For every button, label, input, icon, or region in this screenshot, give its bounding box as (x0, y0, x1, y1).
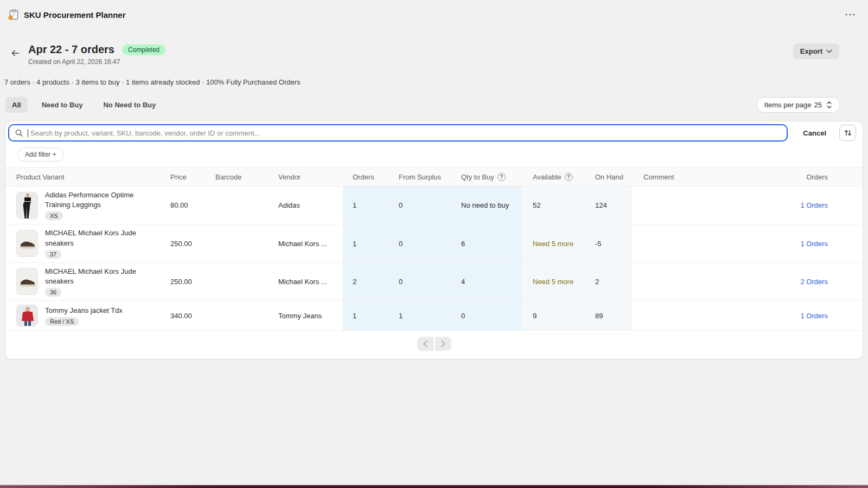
chevron-left-icon (423, 341, 427, 347)
available-cell: Need 5 more (521, 263, 584, 300)
available-cell: Need 5 more (521, 224, 584, 262)
on-hand-cell: 89 (584, 301, 632, 330)
barcode-cell (215, 301, 278, 330)
overflow-menu-icon[interactable] (842, 10, 858, 19)
price-cell: 80.00 (165, 187, 215, 224)
col-comment: Comment (632, 168, 713, 186)
col-orders: Orders (343, 168, 389, 186)
product-thumbnail-leggings (16, 192, 38, 219)
col-barcode: Barcode (215, 168, 278, 186)
items-per-page-value: 25 (814, 101, 822, 109)
summary-line: 7 orders · 4 products · 3 items to buy ·… (4, 78, 864, 86)
available-cell: 9 (521, 301, 584, 330)
next-page-button[interactable] (435, 337, 451, 351)
tab-all[interactable]: All (5, 97, 28, 113)
on-hand-cell: -5 (584, 224, 632, 262)
variant-badge: XS (45, 211, 63, 220)
orders-cell: 1 (343, 301, 389, 330)
export-button[interactable]: Export (793, 43, 839, 59)
orders-cell: 1 (343, 224, 389, 262)
status-badge: Completed (122, 44, 165, 55)
from-surplus-cell: 0 (389, 263, 451, 300)
bottom-strip (0, 484, 868, 488)
orders-link[interactable]: 1 Orders (800, 201, 828, 209)
barcode-cell (215, 187, 278, 224)
page-title: Apr 22 - 7 orders (28, 43, 114, 56)
product-name: MICHAEL Michael Kors Jude sneakers (45, 228, 145, 248)
product-thumbnail-sneaker (16, 268, 38, 295)
col-qty-to-buy: Qty to Buy ? (451, 168, 521, 186)
chevron-down-icon (826, 49, 832, 53)
price-cell: 250.00 (165, 224, 215, 262)
search-input[interactable] (29, 129, 781, 138)
pagination (5, 331, 863, 359)
search-icon (15, 129, 23, 137)
help-icon[interactable]: ? (565, 173, 573, 181)
orders-link[interactable]: 2 Orders (800, 278, 828, 286)
variant-badge: Red / XS (45, 317, 79, 326)
barcode-cell (215, 224, 278, 262)
from-surplus-cell: 0 (389, 224, 451, 262)
results-card: Cancel Add filter + Product Variant Pric… (5, 121, 863, 359)
col-product-variant: Product Variant (5, 168, 165, 186)
export-label: Export (800, 47, 822, 55)
on-hand-cell: 2 (584, 263, 632, 300)
filter-row: Add filter + (5, 144, 863, 167)
product-name: Tommy Jeans jacket Tdx (45, 306, 123, 316)
variant-badge: 37 (45, 250, 61, 259)
qty-to-buy-cell: 0 (451, 301, 521, 330)
comment-cell (632, 301, 713, 330)
app-topbar: SKU Procurement Planner (0, 0, 868, 30)
from-surplus-cell: 1 (389, 301, 451, 330)
cancel-button[interactable]: Cancel (800, 129, 829, 138)
prev-page-button[interactable] (417, 337, 433, 351)
comment-cell (632, 224, 713, 262)
items-per-page-label: Items per page (764, 101, 812, 109)
on-hand-cell: 124 (584, 187, 632, 224)
col-on-hand: On Hand (584, 168, 632, 186)
table-header-row: Product Variant Price Barcode Vendor Ord… (5, 167, 863, 187)
table-row: MICHAEL Michael Kors Jude sneakers 36 25… (5, 263, 863, 301)
orders-cell: 1 (343, 187, 389, 224)
products-table: Product Variant Price Barcode Vendor Ord… (5, 167, 863, 331)
product-thumbnail-jacket (16, 305, 38, 326)
price-cell: 340.00 (165, 301, 215, 330)
vendor-cell: Michael Kors ... (278, 263, 343, 300)
variant-badge: 36 (45, 288, 61, 297)
vendor-cell: Michael Kors ... (278, 224, 343, 262)
col-vendor: Vendor (278, 168, 343, 186)
col-available: Available ? (521, 168, 584, 186)
controls-row: All Need to Buy No Need to Buy Items per… (5, 97, 840, 113)
text-cursor (28, 129, 28, 137)
available-cell: 52 (521, 187, 584, 224)
back-button[interactable] (8, 46, 23, 61)
barcode-cell (215, 263, 278, 300)
orders-cell: 2 (343, 263, 389, 300)
orders-link[interactable]: 1 Orders (800, 240, 828, 248)
sort-button[interactable] (839, 125, 856, 141)
comment-cell (632, 263, 713, 300)
help-icon[interactable]: ? (497, 173, 506, 181)
app-icon (8, 9, 20, 21)
tab-need-to-buy[interactable]: Need to Buy (35, 97, 90, 113)
filter-tabs: All Need to Buy No Need to Buy (5, 97, 162, 113)
qty-to-buy-cell: 6 (451, 224, 521, 262)
product-name: Adidas Performance Optime Training Leggi… (45, 190, 145, 210)
orders-link[interactable]: 1 Orders (800, 312, 828, 320)
price-cell: 250.00 (165, 263, 215, 300)
tab-no-need-to-buy[interactable]: No Need to Buy (97, 97, 162, 113)
vendor-cell: Tommy Jeans (278, 301, 343, 330)
select-caret-icon (826, 101, 832, 109)
qty-to-buy-cell: No need to buy (451, 187, 521, 224)
table-row: Tommy Jeans jacket Tdx Red / XS 340.00 T… (5, 301, 863, 331)
comment-cell (632, 187, 713, 224)
product-thumbnail-sneaker (16, 230, 38, 257)
created-date: Created on April 22, 2026 16:47 (28, 58, 165, 66)
search-row: Cancel (5, 121, 863, 144)
col-price: Price (165, 168, 215, 186)
items-per-page-select[interactable]: Items per page 25 (756, 97, 840, 113)
col-orders-detail: Orders (713, 168, 863, 186)
vendor-cell: Adidas (278, 187, 343, 224)
app-title: SKU Procurement Planner (24, 10, 126, 20)
add-filter-button[interactable]: Add filter + (17, 147, 64, 162)
